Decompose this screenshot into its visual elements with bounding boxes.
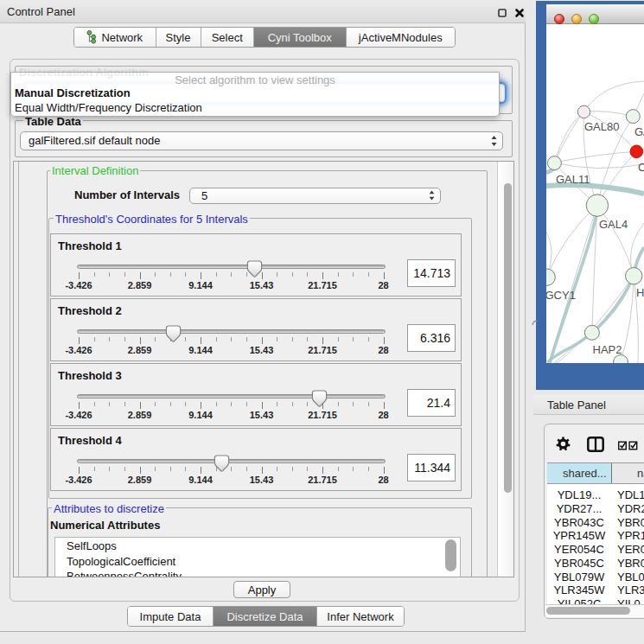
svg-text:GAL11: GAL11 [556, 173, 590, 186]
svg-text:H: H [636, 286, 644, 299]
svg-text:HAP2: HAP2 [593, 343, 622, 356]
svg-text:C: C [638, 161, 644, 174]
svg-text:GAL4: GAL4 [599, 218, 628, 231]
svg-text:GA: GA [634, 125, 644, 138]
svg-text:GAL80: GAL80 [584, 120, 619, 133]
svg-text:GCY1: GCY1 [546, 289, 576, 302]
